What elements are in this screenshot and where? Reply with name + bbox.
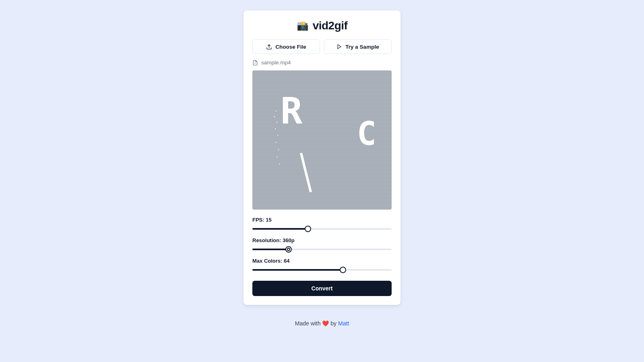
app-title-row: 📸 vid2gif — [252, 19, 392, 32]
app-card: 📸 vid2gif Choose File Try a Sample sampl… — [244, 10, 400, 305]
file-icon — [252, 60, 258, 66]
svg-marker-1 — [338, 45, 341, 49]
slider-thumb[interactable] — [305, 226, 311, 232]
svg-marker-2 — [255, 62, 256, 64]
fps-slider[interactable] — [252, 225, 392, 232]
filename-row: sample.mp4 — [252, 60, 392, 66]
footer-prefix: Made with — [295, 320, 322, 327]
try-sample-button[interactable]: Try a Sample — [324, 39, 392, 54]
video-preview: R C — [252, 70, 392, 210]
slider-thumb[interactable] — [340, 267, 346, 273]
footer-by: by — [329, 320, 338, 327]
colors-slider[interactable] — [252, 266, 392, 274]
colors-label: Max Colors: 64 — [252, 258, 392, 264]
file-actions-row: Choose File Try a Sample — [252, 39, 392, 54]
footer: Made with ❤️ by Matt — [295, 320, 349, 327]
slider-fill — [252, 249, 289, 250]
resolution-control: Resolution: 360p — [252, 237, 392, 253]
fps-control: FPS: 15 — [252, 217, 392, 232]
play-icon — [336, 44, 342, 49]
camera-icon: 📸 — [297, 21, 309, 31]
slider-fill — [252, 269, 343, 271]
author-link[interactable]: Matt — [338, 320, 349, 327]
preview-glyph-r: R — [281, 93, 302, 129]
app-title: vid2gif — [313, 19, 348, 32]
colors-control: Max Colors: 64 — [252, 258, 392, 274]
resolution-label: Resolution: 360p — [252, 237, 392, 243]
upload-icon — [266, 44, 272, 50]
resolution-slider[interactable] — [252, 246, 392, 253]
slider-thumb[interactable] — [285, 246, 292, 253]
filename-text: sample.mp4 — [261, 60, 291, 66]
choose-file-button[interactable]: Choose File — [252, 39, 320, 54]
convert-button[interactable]: Convert — [252, 281, 392, 296]
preview-glyph-bar — [300, 153, 312, 192]
fps-label: FPS: 15 — [252, 217, 392, 223]
slider-fill — [252, 228, 308, 230]
choose-file-label: Choose File — [275, 44, 306, 50]
heart-icon: ❤️ — [322, 320, 329, 327]
try-sample-label: Try a Sample — [345, 44, 379, 50]
preview-glyph-c: C — [357, 118, 376, 150]
